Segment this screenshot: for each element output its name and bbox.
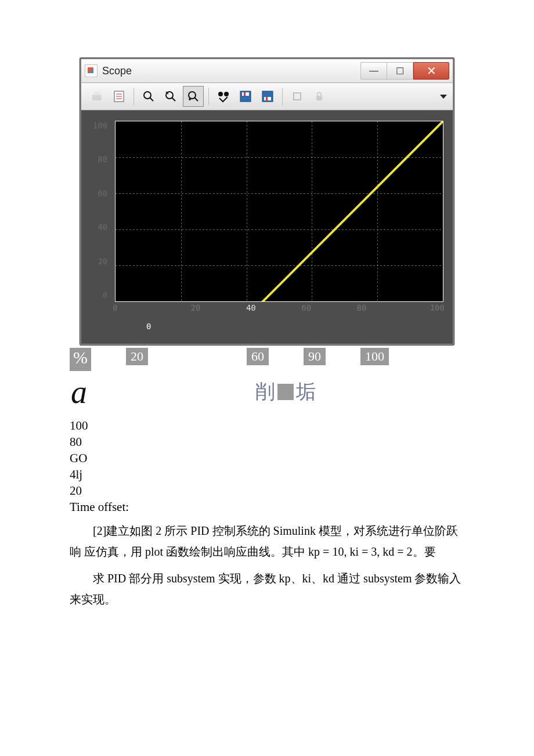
paragraph-2: 求 PID 部分用 subsystem 实现，参数 kp、ki、kd 通过 su… <box>70 568 464 610</box>
svg-line-7 <box>150 98 153 101</box>
symbol-a: a <box>71 373 87 411</box>
svg-rect-20 <box>294 93 301 100</box>
time-offset-value: 0 <box>146 322 151 331</box>
time-offset-row: 0 <box>94 322 442 331</box>
close-button[interactable]: ✕ <box>413 62 449 80</box>
window-title: Scope <box>102 65 132 77</box>
svg-line-9 <box>172 98 175 101</box>
label-60: 60 <box>247 348 269 365</box>
minimize-button[interactable]: — <box>360 62 387 80</box>
svg-point-12 <box>218 92 223 96</box>
stack-time-offset: Time offset: <box>70 500 464 514</box>
autoscale-icon[interactable] <box>214 87 233 106</box>
svg-rect-16 <box>244 92 246 96</box>
restore-config-icon[interactable] <box>258 87 277 106</box>
stack-4lj: 4lj <box>70 467 464 482</box>
print-icon[interactable] <box>87 87 107 106</box>
svg-rect-1 <box>94 92 100 95</box>
float-icon[interactable] <box>287 87 307 106</box>
row-a: a 削 垢 <box>70 373 464 411</box>
save-config-icon[interactable] <box>236 87 255 106</box>
zoom-x-icon[interactable] <box>161 87 181 106</box>
toolbar-overflow-icon[interactable] <box>440 95 447 99</box>
toolbar <box>81 83 453 110</box>
zoom-in-icon[interactable] <box>139 87 158 106</box>
svg-point-13 <box>224 92 229 96</box>
label-90: 90 <box>304 348 326 365</box>
stack-80: 80 <box>70 435 464 449</box>
grey-square-icon <box>277 384 294 400</box>
lock-icon[interactable] <box>309 87 329 106</box>
maximize-button[interactable]: ☐ <box>387 62 413 80</box>
zoom-y-icon[interactable] <box>183 86 204 107</box>
y-axis-ticks: 100 80 60 40 20 0 <box>93 121 107 301</box>
stack-go: GO <box>70 451 464 466</box>
scope-window: Scope — ☐ ✕ <box>80 58 454 345</box>
label-percent: % <box>70 348 91 371</box>
plot-area: 100 80 60 40 20 0 <box>81 110 453 344</box>
stack-100: 100 <box>70 419 464 433</box>
svg-rect-19 <box>266 97 268 100</box>
svg-line-22 <box>116 121 443 302</box>
label-20: 20 <box>126 348 148 365</box>
svg-line-11 <box>194 98 198 101</box>
label-row: % 20 60 90 100 <box>70 348 464 371</box>
label-100: 100 <box>360 348 389 365</box>
titlebar: Scope — ☐ ✕ <box>81 59 453 83</box>
svg-rect-21 <box>316 96 322 100</box>
matlab-icon <box>85 64 98 77</box>
x-axis-ticks: 0 20 40 60 80 100 <box>115 303 442 312</box>
paragraph-1: [2]建立如图 2 所示 PID 控制系统的 Simulink 模型，对系统进行… <box>70 520 464 562</box>
chinese-label: 削 垢 <box>255 379 316 405</box>
parameters-icon[interactable] <box>109 87 129 106</box>
stack-20: 20 <box>70 484 464 498</box>
scope-plot <box>115 121 443 302</box>
svg-rect-0 <box>92 95 102 100</box>
value-stack: 100 80 GO 4lj 20 Time offset: <box>70 419 464 514</box>
